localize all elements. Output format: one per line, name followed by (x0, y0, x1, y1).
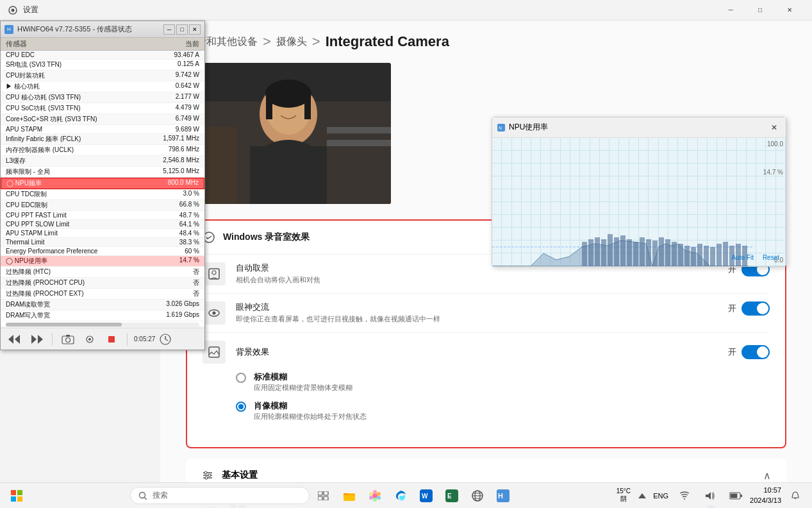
taskbar-icon-hw[interactable]: H (492, 484, 515, 507)
svg-text:W: W (422, 493, 428, 500)
standard-blur-option[interactable]: 标准模糊 应用固定模糊使背景物体变模糊 (236, 371, 770, 393)
camera-section: N NPU使用率 ✕ const gridContainer = documen… (186, 63, 786, 204)
search-box[interactable]: 搜索 (130, 487, 310, 504)
portrait-blur-text: 肖像模糊 应用轮廓模糊使你始终处于对焦状态 (254, 400, 367, 421)
svg-rect-33 (678, 244, 683, 266)
background-toggle[interactable] (742, 345, 770, 359)
svg-point-73 (139, 492, 145, 498)
taskbar-icon-edge[interactable] (389, 484, 412, 507)
app1-icon: W (420, 489, 433, 502)
npu-title: NPU使用率 (509, 122, 548, 133)
taskbar-icon-vpn[interactable] (466, 484, 489, 507)
svg-rect-38 (710, 247, 715, 266)
svg-point-64 (88, 338, 91, 341)
hwinfo-row-prochot-cpu: 过热降频 (PROCHOT CPU) 否 (1, 278, 204, 289)
svg-rect-72 (17, 496, 22, 502)
hwinfo-row-prochot-ext: 过热降频 (PROCHOT EXT) 否 (1, 289, 204, 300)
hwinfo-screenshot-button[interactable] (59, 332, 77, 347)
svg-rect-30 (659, 237, 664, 266)
hwinfo-minimize-button[interactable]: ─ (163, 24, 175, 35)
hwinfo-next-button[interactable] (28, 332, 46, 347)
notification-button[interactable] (784, 484, 807, 507)
auto-framing-icon (208, 267, 220, 280)
settings-main: 蓝牙和其他设备 > 摄像头 > Integrated Camera (160, 21, 812, 508)
hwinfo-row-dram-read: DRAM读取带宽 3.026 Gbps (1, 300, 204, 310)
basic-settings-collapse-button[interactable]: ∧ (763, 470, 771, 482)
svg-rect-23 (614, 237, 619, 266)
maximize-button[interactable]: □ (745, 0, 775, 21)
standard-blur-title: 标准模糊 (254, 371, 352, 383)
hwinfo-scrollbar[interactable] (6, 323, 199, 326)
hwinfo-content: 传感器 当前 CPU EDC 93.467 A SR电流 (SVI3 TFN) … (1, 38, 204, 326)
svg-point-48 (213, 312, 216, 315)
taskbar-icon-flower[interactable] (363, 484, 386, 507)
breadcrumb-part2[interactable]: 摄像头 (276, 35, 307, 49)
eye-contact-toggle[interactable] (742, 301, 770, 316)
svg-rect-34 (684, 246, 690, 266)
network-icon[interactable] (673, 484, 696, 507)
npu-chart: const gridContainer = document.querySele… (492, 138, 786, 266)
svg-line-74 (144, 497, 147, 500)
portrait-blur-option[interactable]: 肖像模糊 应用轮廓模糊使你始终处于对焦状态 (236, 400, 770, 421)
tray-expand-button[interactable] (636, 484, 649, 507)
eye-contact-toggle-group: 开 (728, 301, 770, 316)
tray-lang[interactable]: ENG (651, 484, 670, 507)
hwinfo-row-cpu-edc-limit: CPU EDC限制 66.8 % (1, 200, 204, 211)
hwinfo-prev-button[interactable] (6, 332, 24, 347)
npu-label-147: 14.7 % (763, 169, 783, 176)
hwinfo-stop-icon (107, 335, 116, 344)
npu-chart-svg (492, 138, 754, 266)
hwinfo-maximize-button[interactable]: □ (176, 24, 188, 35)
system-tray: ENG (636, 484, 747, 507)
hwinfo-settings-button[interactable] (81, 332, 99, 347)
svg-point-54 (208, 474, 211, 477)
npu-close-button[interactable]: ✕ (768, 121, 781, 134)
basic-settings-label: 基本设置 (222, 470, 258, 481)
hwinfo-close-button[interactable]: ✕ (189, 24, 201, 35)
taskbar-icon-taskview[interactable] (312, 484, 335, 507)
hwinfo-prev-icon (8, 335, 21, 344)
hwinfo-row-freq-limit: 频率限制 - 全局 5,125.0 MHz (1, 167, 204, 178)
basic-settings-icon (201, 469, 214, 482)
hwinfo-col-value: 当前 (185, 39, 199, 49)
taskbar-icon-app1[interactable]: W (415, 484, 438, 507)
svg-marker-59 (31, 335, 37, 344)
wifi-icon (679, 491, 690, 500)
hwinfo-stop-button[interactable] (103, 332, 120, 347)
battery-icon[interactable] (724, 484, 747, 507)
minimize-button[interactable]: ─ (716, 0, 745, 21)
svg-rect-32 (672, 242, 677, 266)
taskbar-clock[interactable]: 10:57 2024/3/13 (750, 486, 781, 505)
auto-framing-info: 自动取景 相机会自动将你入画和对焦 (203, 262, 320, 285)
background-info: 背景效果 (203, 341, 269, 364)
npu-label-100: 100.0 (767, 140, 783, 148)
portrait-blur-radio[interactable] (236, 402, 246, 412)
svg-rect-22 (608, 234, 613, 266)
svg-rect-31 (665, 239, 670, 266)
svg-rect-20 (595, 237, 600, 266)
weather-widget[interactable]: 15°C 阴 (617, 487, 631, 504)
taskbar-icon-explorer[interactable] (338, 484, 361, 507)
start-button[interactable] (5, 484, 28, 507)
hwinfo-row-cpu-edc: CPU EDC 93.467 A (1, 51, 204, 60)
auto-framing-text: 自动取景 相机会自动将你入画和对焦 (236, 262, 320, 285)
svg-rect-28 (646, 239, 651, 266)
taskbar-icon-app2[interactable]: E (440, 484, 463, 507)
standard-blur-radio[interactable] (236, 373, 246, 383)
npu-reset-button[interactable]: Reset (763, 254, 779, 261)
svg-text:H: H (498, 492, 503, 500)
volume-icon[interactable] (699, 484, 722, 507)
eye-contact-state: 开 (728, 303, 736, 314)
svg-point-61 (66, 337, 70, 342)
hwinfo-title-text: HWiNFO64 v7.72-5355 - 传感器状态 (17, 24, 132, 34)
npu-popup-titlebar: N NPU使用率 ✕ (492, 117, 786, 138)
close-button[interactable]: ✕ (775, 0, 804, 21)
svg-point-84 (373, 498, 377, 502)
temperature: 15°C (617, 487, 631, 495)
effects-title: Windows 录音室效果 (203, 231, 310, 244)
svg-marker-58 (38, 335, 43, 344)
npu-autofit-button[interactable]: Auto Fit (732, 254, 754, 261)
background-state: 开 (728, 346, 736, 358)
svg-rect-37 (704, 246, 709, 266)
speaker-icon (705, 491, 715, 500)
